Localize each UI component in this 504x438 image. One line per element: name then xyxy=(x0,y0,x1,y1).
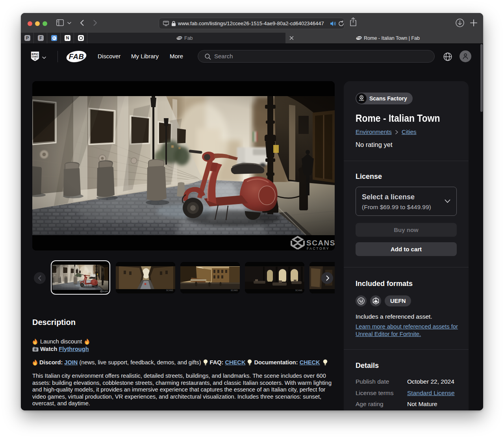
svg-text:SCANS: SCANS xyxy=(231,289,238,291)
svg-text:GAMES: GAMES xyxy=(32,56,38,58)
svg-text:FAB: FAB xyxy=(177,37,182,39)
svg-text:FAB: FAB xyxy=(69,52,84,61)
svg-text:FAB: FAB xyxy=(357,37,361,39)
svg-text:EPIC: EPIC xyxy=(32,52,39,56)
svg-text:SCANS: SCANS xyxy=(306,239,335,247)
svg-text:SCANS: SCANS xyxy=(295,289,302,291)
svg-text:SCANS: SCANS xyxy=(359,100,364,101)
svg-text:FACTORY: FACTORY xyxy=(307,247,330,251)
svg-text:SCANS: SCANS xyxy=(166,289,173,291)
